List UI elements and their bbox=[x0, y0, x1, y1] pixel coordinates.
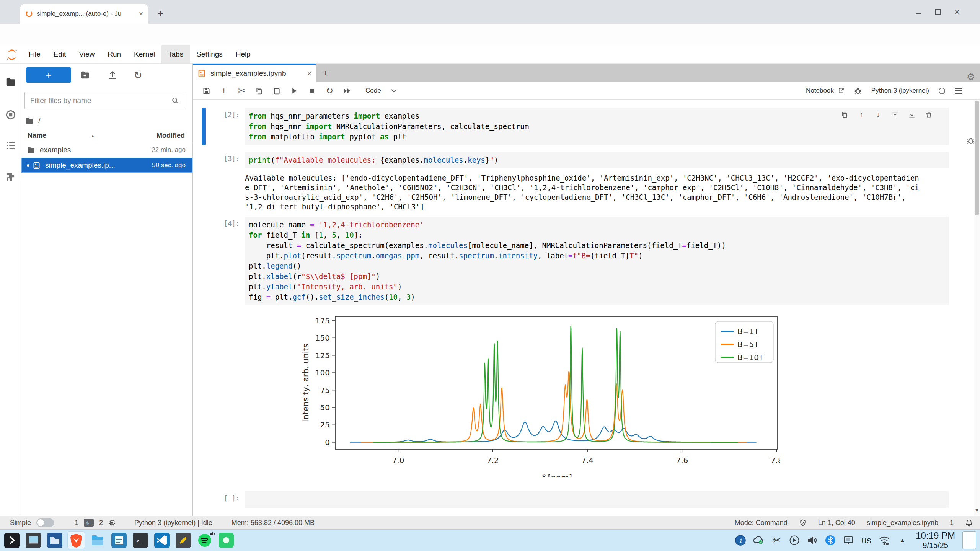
delete-cell-icon[interactable] bbox=[924, 110, 933, 119]
tab-close-icon[interactable]: × bbox=[139, 10, 143, 18]
expand-tray-icon[interactable]: ▲ bbox=[896, 534, 908, 546]
info-tray-icon[interactable]: i bbox=[734, 534, 747, 546]
cell-editor[interactable]: molecule_name = '1,2,4-trichlorobenzene'… bbox=[245, 217, 949, 305]
new-launcher-button[interactable]: + bbox=[26, 67, 71, 83]
wifi-icon[interactable] bbox=[878, 534, 890, 546]
bluetooth-icon[interactable] bbox=[824, 534, 837, 546]
taskbar-app-system-app[interactable] bbox=[24, 531, 42, 549]
debugger-bug-icon[interactable] bbox=[854, 86, 862, 95]
restart-kernel-button[interactable]: ↻ bbox=[323, 85, 336, 96]
insert-cell-below-icon[interactable] bbox=[907, 110, 916, 119]
cursor-position[interactable]: Ln 1, Col 40 bbox=[818, 519, 855, 527]
cloud-sync-icon[interactable] bbox=[752, 534, 765, 546]
file-list-header[interactable]: Name ▲ Modified bbox=[21, 129, 192, 142]
file-browser-tab-icon[interactable] bbox=[5, 76, 17, 88]
code-cell-4[interactable]: [4]:molecule_name = '1,2,4-trichlorobenz… bbox=[193, 217, 974, 305]
cell-type-value[interactable]: Code bbox=[365, 87, 381, 95]
cell-type-dropdown[interactable]: Code bbox=[361, 85, 401, 96]
command-mode-indicator[interactable]: Mode: Command bbox=[735, 519, 788, 527]
volume-icon[interactable] bbox=[806, 534, 819, 546]
home-folder-icon[interactable] bbox=[25, 116, 34, 126]
scrollbar-thumb[interactable] bbox=[975, 101, 979, 215]
clipboard-scissors-icon[interactable]: ✂ bbox=[770, 534, 783, 546]
tab-close-icon[interactable]: × bbox=[307, 69, 311, 78]
taskbar-app-spotify[interactable] bbox=[196, 531, 214, 549]
taskbar-app-terminal[interactable]: >_ bbox=[132, 531, 149, 549]
taskbar-app-brave-browser[interactable] bbox=[67, 531, 85, 549]
taskbar-clock[interactable]: 10:19 PM 9/15/25 bbox=[916, 531, 955, 549]
taskbar-app-vscode[interactable] bbox=[153, 531, 171, 549]
media-player-icon[interactable] bbox=[788, 534, 801, 546]
notebook-mode-button[interactable]: Notebook bbox=[806, 87, 845, 95]
terminal-icon[interactable]: $_ bbox=[84, 519, 94, 527]
run-cell-button[interactable] bbox=[288, 85, 301, 96]
move-cell-up-icon[interactable]: ↑ bbox=[857, 110, 866, 119]
keyboard-layout-indicator[interactable]: us bbox=[860, 534, 872, 546]
paste-cells-button[interactable] bbox=[270, 85, 283, 96]
new-tab-button[interactable]: + bbox=[154, 7, 167, 20]
file-row-simple-examples-ip-[interactable]: simple_examples.ip...50 sec. ago bbox=[21, 158, 192, 173]
copy-cells-button[interactable] bbox=[253, 85, 266, 96]
kernel-status-circle-icon[interactable] bbox=[938, 87, 946, 95]
cell-editor[interactable] bbox=[245, 491, 949, 508]
modified-column-header[interactable]: Modified bbox=[157, 132, 185, 140]
upload-icon[interactable] bbox=[107, 70, 118, 80]
kernel-name-button[interactable]: Python 3 (ipykernel) bbox=[871, 87, 929, 95]
add-tab-button[interactable]: + bbox=[319, 67, 332, 80]
file-row-examples[interactable]: examples22 min. ago bbox=[21, 142, 192, 158]
notebook-tab[interactable]: simple_examples.ipynb × bbox=[193, 64, 316, 82]
code-cell-2[interactable]: [2]:from hqs_nmr_parameters import examp… bbox=[193, 108, 974, 145]
breadcrumb-root[interactable]: / bbox=[38, 117, 40, 125]
running-kernels-tab-icon[interactable] bbox=[5, 109, 17, 121]
scroll-down-arrow[interactable]: ▼ bbox=[974, 505, 980, 515]
interrupt-kernel-button[interactable] bbox=[305, 85, 318, 96]
taskbar-app-file-manager[interactable] bbox=[89, 531, 106, 549]
browser-tab[interactable]: simple_examp... (auto-e) - Ju × bbox=[20, 4, 148, 24]
kernel-status-text[interactable]: Python 3 (ipykernel) | Idle bbox=[134, 519, 212, 527]
window-close-button[interactable]: × bbox=[951, 5, 964, 18]
extension-manager-tab-icon[interactable] bbox=[5, 171, 17, 183]
insert-cell-above-icon[interactable] bbox=[890, 110, 900, 119]
property-inspector-gear-icon[interactable]: ⚙ bbox=[966, 72, 976, 82]
notebook-content[interactable]: [2]:from hqs_nmr_parameters import examp… bbox=[193, 100, 974, 516]
notebook-tab-title[interactable]: simple_examples.ipynb bbox=[210, 69, 302, 78]
taskbar-app-green-app[interactable] bbox=[217, 531, 235, 549]
menu-view[interactable]: View bbox=[72, 45, 101, 63]
taskbar-app-office-app[interactable] bbox=[110, 531, 128, 549]
window-maximize-button[interactable] bbox=[931, 5, 944, 18]
table-of-contents-tab-icon[interactable] bbox=[5, 139, 17, 152]
menu-edit[interactable]: Edit bbox=[47, 45, 73, 63]
code-cell-3[interactable]: [3]:print(f"Available moleucules: {examp… bbox=[193, 152, 974, 168]
kernel-chip-icon[interactable] bbox=[108, 519, 116, 527]
show-desktop-button[interactable] bbox=[962, 531, 976, 549]
taskbar-app-files-app[interactable] bbox=[46, 531, 64, 549]
menu-help[interactable]: Help bbox=[229, 45, 257, 63]
breadcrumb[interactable]: / bbox=[25, 115, 40, 127]
simple-mode-toggle[interactable] bbox=[36, 518, 54, 527]
cell-editor[interactable]: from hqs_nmr_parameters import examplesf… bbox=[245, 108, 949, 145]
menu-file[interactable]: File bbox=[22, 45, 47, 63]
refresh-file-list-icon[interactable]: ↻ bbox=[134, 70, 142, 82]
display-settings-icon[interactable] bbox=[842, 534, 854, 546]
move-cell-down-icon[interactable]: ↓ bbox=[874, 110, 883, 119]
cut-cells-button[interactable]: ✂ bbox=[235, 85, 248, 96]
cell-editor[interactable]: print(f"Available moleucules: {examples.… bbox=[245, 152, 949, 168]
filter-files-field[interactable] bbox=[29, 96, 171, 105]
menu-settings[interactable]: Settings bbox=[190, 45, 229, 63]
taskbar-app-image-editor[interactable] bbox=[174, 531, 192, 549]
menu-tabs[interactable]: Tabs bbox=[161, 45, 190, 63]
window-minimize-button[interactable] bbox=[912, 5, 925, 18]
bell-icon[interactable] bbox=[965, 519, 973, 527]
menu-run[interactable]: Run bbox=[101, 45, 127, 63]
save-button[interactable] bbox=[200, 85, 213, 96]
taskbar-app-launcher[interactable] bbox=[3, 531, 21, 549]
new-folder-icon[interactable] bbox=[80, 70, 90, 80]
notebook-menu-icon[interactable] bbox=[955, 86, 962, 95]
restart-run-all-button[interactable] bbox=[341, 85, 354, 96]
debugger-sidebar-bug-icon[interactable] bbox=[966, 135, 976, 145]
name-column-header[interactable]: Name bbox=[28, 132, 46, 140]
insert-cell-button[interactable]: + bbox=[217, 85, 230, 96]
duplicate-cell-icon[interactable] bbox=[840, 110, 849, 119]
filter-files-input[interactable] bbox=[24, 92, 184, 109]
empty-code-cell[interactable]: [ ]: bbox=[193, 491, 974, 508]
